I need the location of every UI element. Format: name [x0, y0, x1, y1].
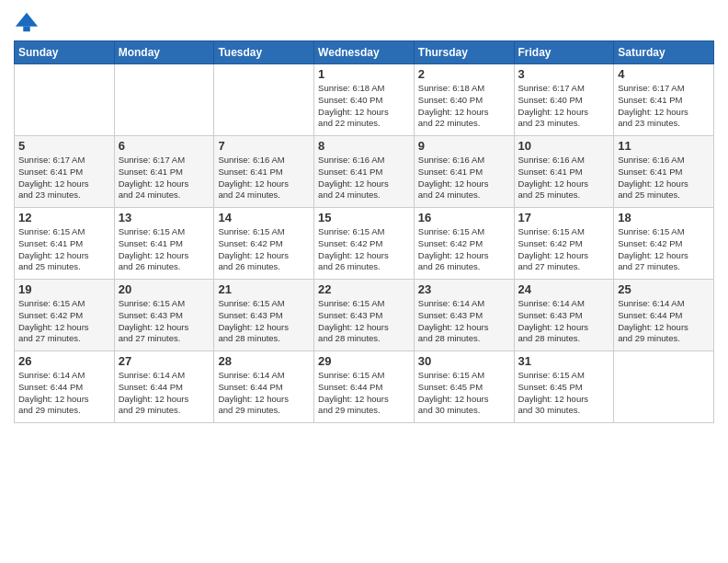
calendar-cell: 13Sunrise: 6:15 AM Sunset: 6:41 PM Dayli…	[114, 208, 214, 280]
calendar-cell: 25Sunrise: 6:14 AM Sunset: 6:44 PM Dayli…	[614, 280, 714, 351]
day-number: 18	[618, 211, 710, 224]
day-info: Sunrise: 6:17 AM Sunset: 6:41 PM Dayligh…	[618, 83, 710, 130]
logo	[14, 9, 43, 35]
week-row-4: 26Sunrise: 6:14 AM Sunset: 6:44 PM Dayli…	[15, 351, 714, 423]
day-info: Sunrise: 6:15 AM Sunset: 6:41 PM Dayligh…	[119, 226, 210, 273]
day-number: 11	[618, 139, 710, 153]
day-number: 6	[119, 139, 210, 153]
day-info: Sunrise: 6:15 AM Sunset: 6:42 PM Dayligh…	[218, 226, 310, 273]
calendar-cell: 3Sunrise: 6:17 AM Sunset: 6:40 PM Daylig…	[514, 64, 614, 136]
day-number: 3	[518, 67, 610, 81]
day-number: 17	[518, 211, 610, 224]
day-info: Sunrise: 6:14 AM Sunset: 6:44 PM Dayligh…	[18, 370, 110, 417]
day-info: Sunrise: 6:16 AM Sunset: 6:41 PM Dayligh…	[318, 155, 410, 201]
week-row-0: 1Sunrise: 6:18 AM Sunset: 6:40 PM Daylig…	[15, 64, 714, 136]
day-info: Sunrise: 6:15 AM Sunset: 6:42 PM Dayligh…	[618, 226, 710, 273]
calendar-cell: 30Sunrise: 6:15 AM Sunset: 6:45 PM Dayli…	[414, 351, 514, 423]
calendar-cell: 17Sunrise: 6:15 AM Sunset: 6:42 PM Dayli…	[514, 208, 614, 280]
day-info: Sunrise: 6:15 AM Sunset: 6:42 PM Dayligh…	[18, 298, 110, 345]
day-info: Sunrise: 6:14 AM Sunset: 6:44 PM Dayligh…	[218, 370, 310, 417]
day-info: Sunrise: 6:16 AM Sunset: 6:41 PM Dayligh…	[618, 155, 710, 201]
calendar-cell: 6Sunrise: 6:17 AM Sunset: 6:41 PM Daylig…	[114, 136, 214, 208]
day-info: Sunrise: 6:17 AM Sunset: 6:41 PM Dayligh…	[18, 155, 110, 201]
calendar-cell	[214, 64, 314, 136]
calendar-cell: 10Sunrise: 6:16 AM Sunset: 6:41 PM Dayli…	[514, 136, 614, 208]
day-number: 29	[318, 354, 410, 368]
calendar-cell: 4Sunrise: 6:17 AM Sunset: 6:41 PM Daylig…	[614, 64, 714, 136]
day-info: Sunrise: 6:15 AM Sunset: 6:42 PM Dayligh…	[418, 226, 510, 273]
day-number: 5	[18, 139, 110, 153]
svg-rect-1	[23, 27, 29, 32]
day-info: Sunrise: 6:15 AM Sunset: 6:43 PM Dayligh…	[218, 298, 310, 345]
calendar-cell: 22Sunrise: 6:15 AM Sunset: 6:43 PM Dayli…	[314, 280, 415, 351]
calendar-cell: 7Sunrise: 6:16 AM Sunset: 6:41 PM Daylig…	[214, 136, 314, 208]
calendar-cell: 9Sunrise: 6:16 AM Sunset: 6:41 PM Daylig…	[414, 136, 514, 208]
calendar-cell: 28Sunrise: 6:14 AM Sunset: 6:44 PM Dayli…	[214, 351, 314, 423]
svg-marker-0	[16, 13, 38, 27]
calendar-cell: 19Sunrise: 6:15 AM Sunset: 6:42 PM Dayli…	[15, 280, 115, 351]
calendar-cell: 2Sunrise: 6:18 AM Sunset: 6:40 PM Daylig…	[414, 64, 514, 136]
day-info: Sunrise: 6:14 AM Sunset: 6:43 PM Dayligh…	[518, 298, 610, 345]
day-info: Sunrise: 6:16 AM Sunset: 6:41 PM Dayligh…	[218, 155, 310, 201]
day-number: 31	[518, 354, 610, 368]
day-header-tuesday: Tuesday	[214, 41, 314, 64]
day-number: 26	[18, 354, 110, 368]
day-info: Sunrise: 6:17 AM Sunset: 6:40 PM Dayligh…	[518, 83, 610, 130]
day-header-monday: Monday	[114, 41, 214, 64]
day-info: Sunrise: 6:14 AM Sunset: 6:44 PM Dayligh…	[618, 298, 710, 345]
calendar-cell: 29Sunrise: 6:15 AM Sunset: 6:44 PM Dayli…	[314, 351, 415, 423]
calendar-cell: 18Sunrise: 6:15 AM Sunset: 6:42 PM Dayli…	[614, 208, 714, 280]
day-info: Sunrise: 6:15 AM Sunset: 6:41 PM Dayligh…	[18, 226, 110, 273]
day-info: Sunrise: 6:16 AM Sunset: 6:41 PM Dayligh…	[518, 155, 610, 201]
day-header-thursday: Thursday	[414, 41, 514, 64]
calendar-cell: 1Sunrise: 6:18 AM Sunset: 6:40 PM Daylig…	[314, 64, 415, 136]
calendar-cell: 15Sunrise: 6:15 AM Sunset: 6:42 PM Dayli…	[314, 208, 415, 280]
calendar-cell: 31Sunrise: 6:15 AM Sunset: 6:45 PM Dayli…	[514, 351, 614, 423]
calendar-cell: 23Sunrise: 6:14 AM Sunset: 6:43 PM Dayli…	[414, 280, 514, 351]
day-number: 13	[119, 211, 210, 224]
day-number: 2	[418, 67, 510, 81]
calendar-cell: 12Sunrise: 6:15 AM Sunset: 6:41 PM Dayli…	[15, 208, 115, 280]
calendar-cell: 27Sunrise: 6:14 AM Sunset: 6:44 PM Dayli…	[114, 351, 214, 423]
day-number: 16	[418, 211, 510, 224]
day-header-sunday: Sunday	[15, 41, 115, 64]
calendar-cell: 21Sunrise: 6:15 AM Sunset: 6:43 PM Dayli…	[214, 280, 314, 351]
calendar-cell	[114, 64, 214, 136]
day-number: 21	[218, 282, 310, 296]
calendar-cell	[15, 64, 115, 136]
day-number: 12	[18, 211, 110, 224]
day-number: 28	[218, 354, 310, 368]
day-number: 15	[318, 211, 410, 224]
calendar-cell: 11Sunrise: 6:16 AM Sunset: 6:41 PM Dayli…	[614, 136, 714, 208]
day-info: Sunrise: 6:15 AM Sunset: 6:43 PM Dayligh…	[119, 298, 210, 345]
day-info: Sunrise: 6:15 AM Sunset: 6:42 PM Dayligh…	[318, 226, 410, 273]
day-number: 9	[418, 139, 510, 153]
calendar-cell: 24Sunrise: 6:14 AM Sunset: 6:43 PM Dayli…	[514, 280, 614, 351]
calendar-cell: 26Sunrise: 6:14 AM Sunset: 6:44 PM Dayli…	[15, 351, 115, 423]
day-info: Sunrise: 6:18 AM Sunset: 6:40 PM Dayligh…	[418, 83, 510, 130]
day-header-wednesday: Wednesday	[314, 41, 415, 64]
day-number: 7	[218, 139, 310, 153]
day-info: Sunrise: 6:16 AM Sunset: 6:41 PM Dayligh…	[418, 155, 510, 201]
calendar-cell: 14Sunrise: 6:15 AM Sunset: 6:42 PM Dayli…	[214, 208, 314, 280]
week-row-3: 19Sunrise: 6:15 AM Sunset: 6:42 PM Dayli…	[15, 280, 714, 351]
day-number: 4	[618, 67, 710, 81]
day-number: 8	[318, 139, 410, 153]
day-info: Sunrise: 6:15 AM Sunset: 6:45 PM Dayligh…	[418, 370, 510, 417]
calendar-cell	[614, 351, 714, 423]
day-number: 20	[119, 282, 210, 296]
day-info: Sunrise: 6:18 AM Sunset: 6:40 PM Dayligh…	[318, 83, 410, 130]
day-header-saturday: Saturday	[614, 41, 714, 64]
day-number: 24	[518, 282, 610, 296]
day-number: 27	[119, 354, 210, 368]
day-number: 23	[418, 282, 510, 296]
calendar-cell: 20Sunrise: 6:15 AM Sunset: 6:43 PM Dayli…	[114, 280, 214, 351]
header-row: SundayMondayTuesdayWednesdayThursdayFrid…	[15, 41, 714, 64]
week-row-1: 5Sunrise: 6:17 AM Sunset: 6:41 PM Daylig…	[15, 136, 714, 208]
header	[14, 9, 714, 35]
day-info: Sunrise: 6:17 AM Sunset: 6:41 PM Dayligh…	[119, 155, 210, 201]
calendar-cell: 5Sunrise: 6:17 AM Sunset: 6:41 PM Daylig…	[15, 136, 115, 208]
week-row-2: 12Sunrise: 6:15 AM Sunset: 6:41 PM Dayli…	[15, 208, 714, 280]
day-info: Sunrise: 6:15 AM Sunset: 6:44 PM Dayligh…	[318, 370, 410, 417]
day-number: 14	[218, 211, 310, 224]
